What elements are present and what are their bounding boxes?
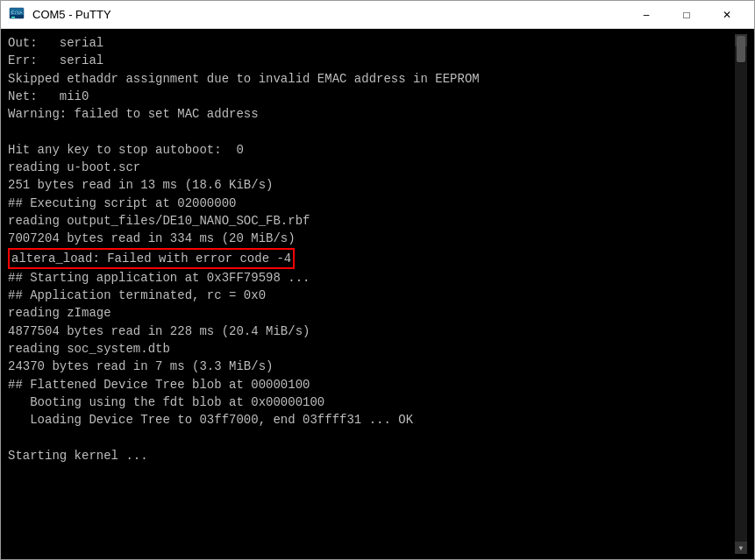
terminal-line: Err: serial xyxy=(8,52,735,69)
svg-text:C:\>: C:\> xyxy=(11,10,22,15)
window-controls: – □ ✕ xyxy=(626,1,747,29)
terminal-line: Hit any key to stop autoboot: 0 xyxy=(8,141,735,159)
scrollbar-thumb[interactable] xyxy=(737,36,745,62)
terminal-area[interactable]: Out: serialErr: serialSkipped ethaddr as… xyxy=(1,29,754,559)
terminal-line: reading u-boot.scr xyxy=(8,159,735,176)
terminal-line: Out: serial xyxy=(8,34,735,52)
terminal-line: reading zImage xyxy=(8,304,735,322)
terminal-line: Skipped ethaddr assignment due to invali… xyxy=(8,70,735,88)
terminal-line: ## Flattened Device Tree blob at 0000010… xyxy=(8,376,735,393)
terminal-line: Loading Device Tree to 03ff7000, end 03f… xyxy=(8,411,735,429)
terminal-line: Net: mii0 xyxy=(8,88,735,105)
terminal-line: Booting using the fdt blob at 0x00000100 xyxy=(8,393,735,411)
terminal-output: Out: serialErr: serialSkipped ethaddr as… xyxy=(8,34,735,554)
terminal-line: reading soc_system.dtb xyxy=(8,340,735,358)
terminal-line: ## Starting application at 0x3FF79598 ..… xyxy=(8,269,735,287)
close-button[interactable]: ✕ xyxy=(707,1,747,29)
terminal-line: Starting kernel ... xyxy=(8,447,735,464)
putty-window: C:\> COM5 - PuTTY – □ ✕ Out: serialErr: … xyxy=(0,0,755,560)
minimize-button[interactable]: – xyxy=(626,1,666,29)
terminal-line: altera_load: Failed with error code -4 xyxy=(8,248,735,269)
terminal-line: 24370 bytes read in 7 ms (3.3 MiB/s) xyxy=(8,358,735,375)
terminal-line: 251 bytes read in 13 ms (18.6 KiB/s) xyxy=(8,176,735,194)
terminal-line: 4877504 bytes read in 228 ms (20.4 MiB/s… xyxy=(8,323,735,340)
terminal-line: Warning: failed to set MAC address xyxy=(8,105,735,123)
highlighted-text: altera_load: Failed with error code -4 xyxy=(8,248,295,269)
terminal-line xyxy=(8,123,735,140)
app-icon: C:\> xyxy=(8,6,25,24)
maximize-button[interactable]: □ xyxy=(666,1,707,29)
window-title: COM5 - PuTTY xyxy=(32,8,626,21)
title-bar: C:\> COM5 - PuTTY – □ ✕ xyxy=(1,1,754,29)
scrollbar[interactable]: ▲ ▼ xyxy=(735,34,747,554)
terminal-line: ## Application terminated, rc = 0x0 xyxy=(8,287,735,304)
terminal-line xyxy=(8,429,735,447)
terminal-line: 7007204 bytes read in 334 ms (20 MiB/s) xyxy=(8,230,735,247)
scroll-down-arrow[interactable]: ▼ xyxy=(735,542,747,554)
terminal-line: reading output_files/DE10_NANO_SOC_FB.rb… xyxy=(8,212,735,230)
terminal-line: ## Executing script at 02000000 xyxy=(8,195,735,212)
svg-rect-3 xyxy=(11,17,15,18)
